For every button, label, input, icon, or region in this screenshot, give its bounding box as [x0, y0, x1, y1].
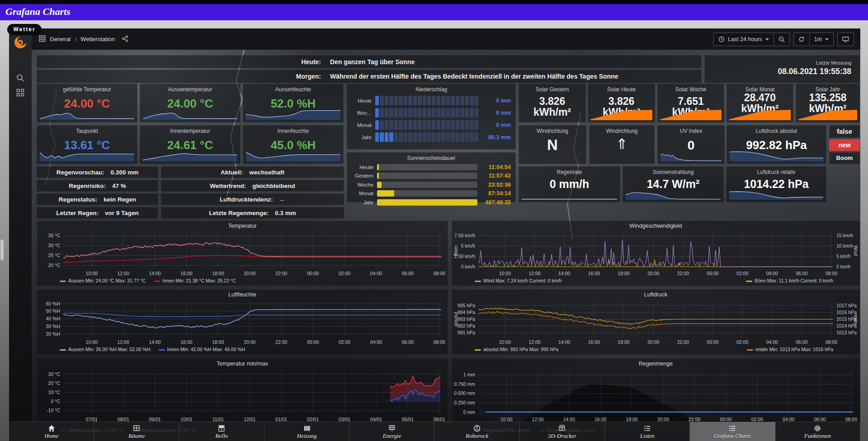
stat-title: Aussenfeuchte	[243, 84, 343, 93]
stat-sparkline	[626, 190, 721, 200]
stat-solar-woche: Solar Woche 7.651 kWh/m²	[657, 84, 724, 122]
niederschlag-row: Woc... 0 mm	[347, 107, 515, 119]
sonnenschein-row: Monat 87:34:14	[347, 189, 515, 198]
y-axis-tick-label: 10 km/h	[836, 243, 854, 249]
nav-item-label: Energie	[383, 433, 401, 439]
legend-entry[interactable]: Wind Max: 7.24 km/h Current: 0 km/h	[475, 278, 562, 283]
breadcrumb-page[interactable]: Wetterstation	[80, 36, 115, 42]
legend-swatch	[747, 349, 753, 351]
stat-sparkline	[729, 190, 823, 200]
stat-sparkline	[143, 150, 237, 161]
y-axis-tick-label: 7.50 km/h	[454, 233, 475, 238]
chart-legend: Böen Max: 11.1 km/h Current: 0 km/h	[746, 278, 833, 283]
niederschlag-row: Heute 0 mm	[347, 94, 515, 107]
x-axis-tick-label: 00:00	[307, 339, 319, 345]
legend-entry[interactable]: relativ Min: 1013 hPa Max: 1016 hPa	[747, 347, 833, 352]
x-axis-tick-label: 22:00	[275, 271, 287, 276]
share-icon[interactable]	[122, 35, 128, 43]
grafana-logo-icon[interactable]	[13, 35, 28, 52]
breadcrumb-separator: /	[75, 36, 76, 42]
y-axis-tick-label: 30 °C	[48, 371, 61, 377]
bottom-navigation-bar: Home Räume Rollo Heizung Energie Roboroc…	[9, 422, 860, 441]
legend-entry[interactable]: Innen Min: 21.38 °C Max: 25.22 °C	[154, 278, 236, 283]
y-axis-tick-label: 0.500 mm	[454, 390, 475, 396]
gauge-fill	[377, 199, 477, 206]
refresh-button[interactable]	[793, 33, 810, 46]
gauge-value: 0 mm	[482, 98, 511, 104]
zoom-out-button[interactable]	[774, 33, 790, 46]
x-axis-tick-label: 10:00	[499, 339, 511, 345]
nav-item-3d-drucker[interactable]: 3D-Drucker	[520, 422, 605, 441]
x-axis-tick-label: 06:00	[796, 271, 807, 276]
gauge-fill	[377, 190, 394, 197]
info-label: Letzter Regen:	[56, 210, 99, 216]
x-axis-tick-label: 18:00	[618, 271, 629, 276]
time-range-picker[interactable]: Last 24 hours	[713, 33, 774, 46]
stat-value: 0 mm/h	[519, 178, 620, 191]
tv-mode-button[interactable]	[837, 33, 854, 46]
flag-new-badge: new	[829, 139, 860, 151]
chart-legend: Aussen Min: 26.00 %H Max: 52.00 %HInnen …	[60, 347, 245, 352]
nav-item-listen[interactable]: Listen	[605, 422, 690, 441]
info-value: wechselhaft	[250, 169, 284, 176]
nav-item-rollo[interactable]: Rollo	[179, 422, 264, 441]
y-axis-tick-label: 0 mm	[463, 409, 476, 415]
breadcrumb-section[interactable]: General	[50, 36, 71, 42]
nav-item-home[interactable]: Home	[9, 422, 94, 441]
niederschlag-row: Monat 0 mm	[347, 119, 515, 131]
stat-innenfeuchte: Innenfeuchte 45.0 %H	[243, 125, 344, 164]
chart-canvas: Luftfeuchte10:0012:0014:0016:0018:0020:0…	[37, 290, 448, 354]
legend-entry[interactable]: absolut Min: 992 hPa Max: 995 hPa	[475, 347, 558, 352]
chart-temperatur[interactable]: Temperatur10:0012:0014:0016:0018:0020:00…	[37, 220, 448, 286]
chart-windgeschwindigkeit[interactable]: Windgeschwindigkeit10:0012:0014:0016:001…	[452, 220, 860, 286]
chart-title: Temperatur min/max	[217, 361, 269, 367]
x-axis-tick-label: 04:00	[766, 339, 778, 345]
y-axis-tick-label: 0 °C	[51, 399, 60, 404]
search-icon[interactable]	[16, 74, 25, 84]
dashboards-icon[interactable]	[16, 89, 24, 99]
chart-luftfeuchte[interactable]: Luftfeuchte10:0012:0014:0016:0018:0020:0…	[37, 289, 448, 355]
refresh-interval-picker[interactable]: 1m	[810, 33, 834, 46]
dashboard-header: General / Wetterstation Last 24 hours	[32, 28, 860, 50]
page-scrollbar-thumb[interactable]	[0, 239, 4, 260]
stat-solar-gestern: Solar Gestern 3.826 kWh/m²	[519, 84, 586, 122]
nav-item-roborock[interactable]: Roborock	[434, 422, 519, 441]
stat-title: Aussentemperatur	[140, 84, 240, 93]
y-axis-tick-label: 5 km/h	[461, 243, 475, 249]
legend-entry[interactable]: Aussen Min: 24.00 °C Max: 31.77 °C	[60, 278, 146, 283]
gauge-segments	[375, 132, 478, 142]
stat-luftdruck-absolut: Luftdruck absolut 992.82 hPa	[726, 125, 826, 164]
legend-entry[interactable]: Innen Min: 42.00 %H Max: 49.00 %H	[159, 347, 245, 352]
stat-taupunkt: Taupunkt 13.61 °C	[37, 125, 137, 164]
x-axis-tick-label: 16:00	[588, 271, 600, 276]
y-axis-tick-label: -10 °C	[47, 408, 60, 413]
nav-item-energie[interactable]: Energie	[349, 422, 434, 441]
sparkline-canvas	[626, 190, 721, 200]
legend-entry[interactable]: Aussen Min: 26.00 %H Max: 52.00 %H	[60, 347, 151, 352]
chart-luftdruck[interactable]: Luftdruck10:0012:0014:0016:0018:0020:002…	[452, 289, 860, 355]
forecast-today-label: Heute:	[37, 58, 321, 66]
info-letzter-regen: Letzter Regen:vor 9 Tagen	[37, 207, 158, 219]
legend-entry[interactable]: Böen Max: 11.1 km/h Current: 0 km/h	[746, 278, 833, 283]
x-axis-tick-label: 20:00	[647, 339, 659, 345]
chart-title: Luftdruck	[644, 291, 668, 298]
nav-item-funktionen[interactable]: Funktionen	[775, 422, 860, 441]
nav-item-grafana-charts[interactable]: Grafana Charts	[690, 422, 775, 441]
gauge-label: Jahr	[350, 135, 372, 140]
dashboard-content: Heute: Den ganzen Tag über Sonne Morgen:…	[32, 50, 860, 441]
flag-boom: Boom	[829, 152, 860, 164]
dashboard-grid-icon[interactable]	[39, 35, 46, 43]
chart-legend: absolut Min: 992 hPa Max: 995 hPa	[475, 347, 558, 352]
y-axis-tick-label: 30 %H	[46, 324, 60, 329]
nav-item-r-ume[interactable]: Räume	[94, 422, 179, 441]
raeume-icon	[132, 424, 141, 432]
gauge-value: 11:57:42	[481, 173, 511, 179]
y-axis-tick-label: 30 °C	[48, 243, 61, 248]
stat-title: Solar Heute	[588, 84, 655, 93]
y-axis-tick-label: 10 °C	[48, 389, 61, 395]
stat-sparkline	[730, 150, 823, 161]
nav-item-heizung[interactable]: Heizung	[264, 422, 349, 441]
y-axis-tick-label: 0.750 mm	[454, 381, 475, 387]
solar-ramp-graph	[798, 108, 857, 120]
x-axis-tick-label: 04:00	[370, 271, 382, 276]
